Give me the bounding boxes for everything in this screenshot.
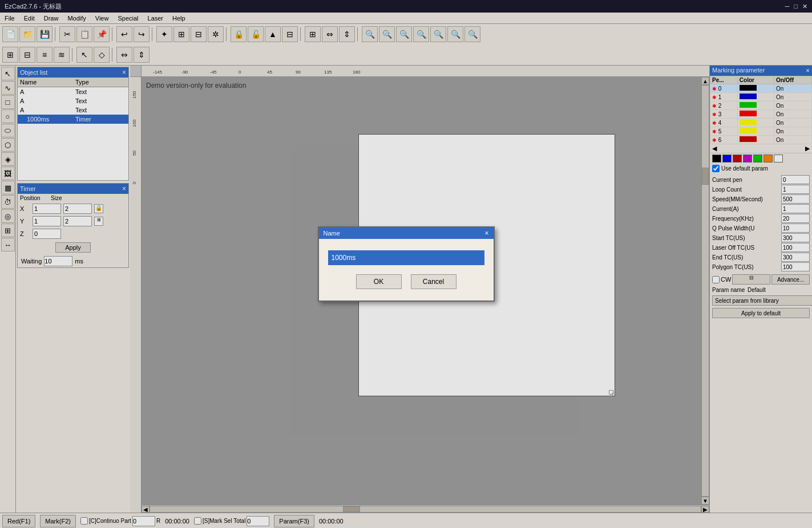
modal-buttons: OK Cancel [328,274,484,289]
modal-cancel-btn[interactable]: Cancel [411,274,457,289]
modal-title-bar: Name × [319,228,494,239]
modal-overlay[interactable]: Name × OK Cancel [0,0,812,528]
modal-name-input[interactable] [328,250,484,265]
modal-title: Name [324,230,340,237]
name-dialog: Name × OK Cancel [318,226,495,302]
modal-close-btn[interactable]: × [484,229,488,237]
modal-body: OK Cancel [319,239,494,300]
modal-ok-btn[interactable]: OK [356,274,402,289]
